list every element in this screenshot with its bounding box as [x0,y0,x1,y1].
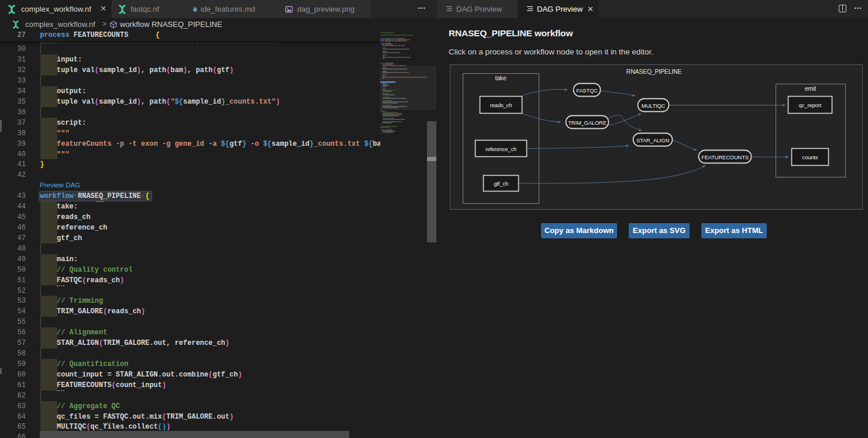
svg-text:gtf_ch: gtf_ch [494,181,508,187]
svg-text:emit: emit [805,85,816,92]
svg-text:FASTQC: FASTQC [576,88,598,94]
svg-text:reads_ch: reads_ch [490,102,512,108]
svg-text:STAR_ALIGN: STAR_ALIGN [636,138,669,143]
svg-text:take: take [495,74,506,81]
svg-text:MULTIQC: MULTIQC [642,103,666,109]
svg-text:RNASEQ_PIPELINE: RNASEQ_PIPELINE [626,68,682,75]
svg-text:FEATURECOUNTS: FEATURECOUNTS [701,155,749,160]
svg-text:counts: counts [802,155,818,160]
svg-text:reference_ch: reference_ch [485,146,516,152]
svg-text:qc_report: qc_report [799,102,822,108]
svg-text:TRIM_GALORE: TRIM_GALORE [568,120,607,126]
